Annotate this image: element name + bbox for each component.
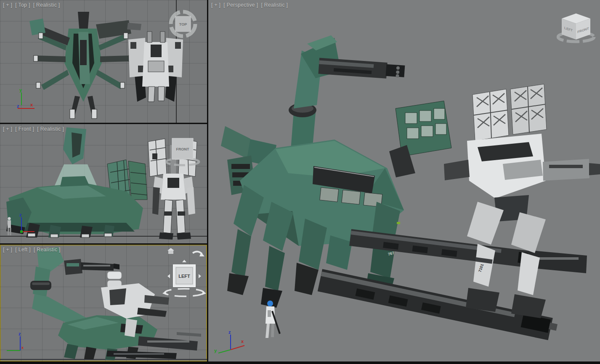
viewport-shading-button[interactable]: [ Realistic ] (37, 126, 64, 132)
viewcube-face-label: FRONT (176, 147, 189, 151)
viewcube-perspective[interactable]: LEFT FRONT (557, 11, 597, 44)
scene-perspective-view: 767 (208, 0, 600, 361)
svg-text:x: x (30, 102, 33, 107)
viewport-pov-button[interactable]: [ Top ] (15, 2, 30, 8)
viewport-shading-button[interactable]: [ Realistic ] (261, 2, 288, 8)
axis-tripod: z (8, 211, 38, 237)
viewport-left[interactable]: [ + ] [ Left ] [ Realistic ] LEFT (0, 245, 207, 361)
svg-text:y: y (19, 87, 22, 92)
svg-text:x: x (241, 339, 244, 344)
viewport-menu-button[interactable]: [ + ] (3, 247, 12, 253)
viewport-pov-button[interactable]: [ Perspective ] (223, 2, 258, 8)
walker-mech[interactable]: 7101 (444, 84, 600, 318)
viewport-menu-button[interactable]: [ + ] (211, 2, 220, 8)
axis-tripod: z x (6, 330, 36, 356)
viewport-pov-button[interactable]: [ Left ] (15, 247, 31, 253)
scorpion-mech[interactable] (29, 12, 141, 119)
svg-text:z: z (19, 212, 22, 217)
viewport-workspace: [ + ] [ Top ] [ Realistic ] TOP y z x (0, 0, 600, 364)
viewport-top[interactable]: [ + ] [ Top ] [ Realistic ] TOP y z x (0, 0, 207, 123)
viewport-label: [ + ] [ Top ] [ Realistic ] (3, 2, 60, 8)
axis-tripod: z x y (213, 329, 249, 358)
viewcube-arrow-left[interactable] (167, 274, 170, 278)
svg-text:y: y (214, 348, 217, 353)
viewport-shading-button[interactable]: [ Realistic ] (33, 2, 60, 8)
viewcube-arrow-right[interactable] (199, 274, 201, 278)
svg-text:z: z (228, 330, 231, 335)
missile-pods (473, 84, 547, 141)
svg-text:z: z (19, 331, 21, 336)
viewport-label: [ + ] [ Left ] [ Realistic ] (3, 247, 61, 253)
svg-text:x: x (21, 346, 24, 350)
viewport-front[interactable]: [ + ] [ Front ] [ Realistic ] FRONT z (0, 124, 207, 243)
viewport-pov-button[interactable]: [ Front ] (15, 126, 34, 132)
viewcube-left[interactable]: LEFT (162, 246, 206, 298)
viewport-perspective[interactable]: 767 (208, 0, 600, 361)
viewcube-front[interactable]: FRONT (165, 136, 200, 169)
svg-text:z: z (17, 103, 19, 108)
tail-gun (319, 58, 405, 80)
axis-tripod: y z x (8, 87, 38, 113)
viewcube-face-label: TOP (179, 22, 187, 26)
orbit-arrow-icon[interactable] (193, 251, 204, 256)
viewport-shading-button[interactable]: [ Realistic ] (34, 247, 61, 253)
viewcube-top[interactable]: TOP (167, 9, 199, 40)
viewport-menu-button[interactable]: [ + ] (3, 126, 12, 132)
viewport-label: [ + ] [ Perspective ] [ Realistic ] (211, 2, 288, 8)
viewport-label: [ + ] [ Front ] [ Realistic ] (3, 126, 64, 132)
viewcube-arrow-up[interactable] (182, 260, 186, 262)
viewport-menu-button[interactable]: [ + ] (3, 2, 12, 8)
walker-mech[interactable] (128, 32, 183, 102)
viewcube-home-icon[interactable] (167, 248, 174, 254)
viewcube-face-label: LEFT (178, 274, 190, 279)
